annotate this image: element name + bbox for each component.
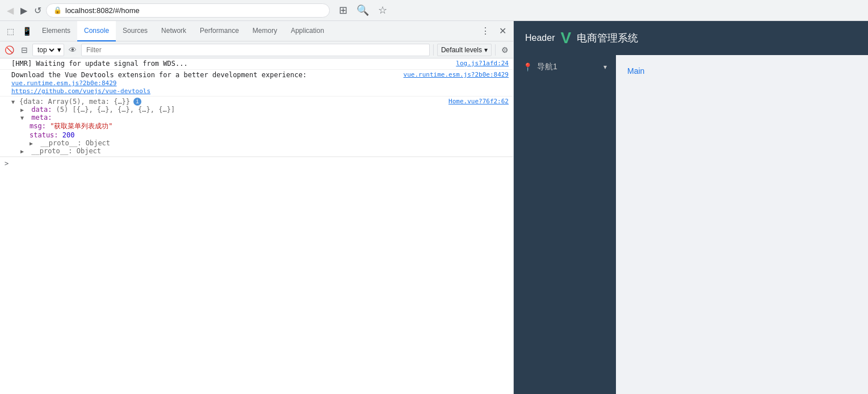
- console-line-hmr: [HMR] Waiting for update signal from WDS…: [0, 58, 513, 70]
- console-caret: >: [5, 160, 9, 167]
- devtools-line-link[interactable]: vue.runtime.esm.js?2b0e:8429: [404, 71, 509, 78]
- console-input-line: >: [0, 157, 513, 170]
- app-panel: Header V 电商管理系统 📍 导航1 ▾ Main: [514, 21, 868, 394]
- context-selector-wrapper: top ▾: [32, 44, 64, 56]
- json-data-node: ▶ data: (5) [{…}, {…}, {…}, {…}, {…}]: [11, 106, 509, 114]
- translate-button[interactable]: ⊞: [337, 2, 350, 19]
- reload-button[interactable]: ↺: [32, 3, 44, 18]
- toolbar-divider-2: [495, 44, 496, 56]
- app-logo-area: V 电商管理系统: [560, 29, 638, 47]
- nav1-chevron-icon: ▾: [603, 63, 607, 71]
- app-main: 📍 导航1 ▾ Main: [514, 55, 868, 394]
- tab-elements[interactable]: Elements: [35, 21, 77, 41]
- nav1-icon: 📍: [523, 62, 532, 72]
- default-levels-button[interactable]: Default levels ▾: [437, 44, 492, 56]
- expand-data-arrow[interactable]: ▶: [20, 107, 27, 113]
- devtools-tabs: ⬚ 📱 Elements Console Sources Network Per…: [0, 21, 513, 41]
- zoom-button[interactable]: 🔍: [354, 2, 371, 19]
- show-sidebar-button[interactable]: ⊟: [19, 44, 30, 56]
- main-label: Main: [627, 66, 644, 76]
- url-text: localhost:8082/#/home: [65, 6, 140, 15]
- json-status-node: status: 200: [11, 131, 509, 139]
- console-output: [HMR] Waiting for update signal from WDS…: [0, 58, 513, 394]
- expand-proto-inner-arrow[interactable]: ▶: [30, 140, 36, 146]
- info-badge[interactable]: i: [133, 98, 141, 106]
- github-link[interactable]: https://github.com/vuejs/vue-devtools: [11, 87, 150, 95]
- tab-console[interactable]: Console: [77, 21, 116, 41]
- expand-root-arrow[interactable]: ▼: [11, 99, 18, 105]
- sidebar-item-nav1[interactable]: 📍 导航1 ▾: [514, 55, 616, 79]
- device-toggle-button[interactable]: 📱: [19, 24, 35, 38]
- forward-button[interactable]: ▶: [18, 3, 30, 18]
- browser-chrome: ◀ ▶ ↺ 🔒 localhost:8082/#/home ⊞ 🔍 ☆: [0, 0, 868, 21]
- hmr-link[interactable]: log.js?1afd:24: [456, 60, 509, 67]
- toolbar-divider: [433, 44, 434, 56]
- devtools-download-text: Download the Vue Devtools extension for …: [11, 71, 311, 79]
- expand-proto-outer-arrow[interactable]: ▶: [20, 148, 27, 154]
- tab-network[interactable]: Network: [154, 21, 193, 41]
- eye-button[interactable]: 👁: [66, 44, 79, 56]
- main-layout: ⬚ 📱 Elements Console Sources Network Per…: [0, 21, 868, 394]
- inspect-element-button[interactable]: ⬚: [3, 24, 18, 38]
- app-title: 电商管理系统: [577, 31, 638, 45]
- expand-meta-arrow[interactable]: ▼: [20, 115, 27, 121]
- devtools-toolbar: 🚫 ⊟ top ▾ 👁 Default levels ▾ ⚙: [0, 41, 513, 58]
- json-meta-node: ▼ meta:: [11, 114, 509, 121]
- root-label: {data: Array(5), meta: {…}}: [19, 98, 130, 106]
- home-vue-link[interactable]: Home.vue?76f2:62: [448, 98, 509, 105]
- browser-titlebar: ◀ ▶ ↺ 🔒 localhost:8082/#/home ⊞ 🔍 ☆: [0, 0, 868, 20]
- json-proto-inner: ▶ __proto__: Object: [11, 139, 509, 147]
- devtools-tab-icons: ⬚ 📱: [3, 24, 35, 38]
- nav1-label: 导航1: [537, 62, 557, 72]
- chevron-down-icon: ▾: [484, 46, 488, 54]
- settings-button[interactable]: ⚙: [499, 44, 511, 56]
- context-selector-arrow: ▾: [57, 45, 61, 54]
- address-bar[interactable]: 🔒 localhost:8082/#/home: [46, 3, 330, 18]
- tab-sources[interactable]: Sources: [116, 21, 154, 41]
- clear-console-button[interactable]: 🚫: [2, 44, 16, 56]
- tab-performance[interactable]: Performance: [193, 21, 246, 41]
- tab-application[interactable]: Application: [284, 21, 331, 41]
- bookmark-button[interactable]: ☆: [376, 2, 389, 19]
- back-button[interactable]: ◀: [5, 3, 16, 18]
- context-selector[interactable]: top: [35, 45, 56, 55]
- console-line-devtools: Download the Vue Devtools extension for …: [0, 70, 513, 97]
- tab-memory[interactable]: Memory: [246, 21, 284, 41]
- json-tree-root: ▼ {data: Array(5), meta: {…}} i Home.vue…: [0, 97, 513, 157]
- json-proto-outer: ▶ __proto__: Object: [11, 147, 509, 155]
- lock-icon: 🔒: [53, 6, 62, 14]
- browser-actions: ⊞ 🔍 ☆: [337, 2, 389, 19]
- app-content: Main: [616, 55, 868, 394]
- hmr-text: [HMR] Waiting for update signal from WDS…: [11, 60, 188, 68]
- json-msg-node: msg: "获取菜单列表成功": [11, 121, 509, 131]
- vue-runtime-link[interactable]: vue.runtime.esm.js?2b0e:8429: [11, 79, 116, 87]
- filter-input[interactable]: [81, 44, 430, 56]
- close-devtools-button[interactable]: ✕: [494, 23, 511, 39]
- app-header: Header V 电商管理系统: [514, 21, 868, 55]
- app-sidebar: 📍 导航1 ▾: [514, 55, 616, 394]
- more-tabs-button[interactable]: ⋮: [476, 23, 494, 39]
- header-label: Header: [525, 33, 555, 43]
- devtools-panel: ⬚ 📱 Elements Console Sources Network Per…: [0, 21, 514, 394]
- vue-logo: V: [560, 29, 571, 47]
